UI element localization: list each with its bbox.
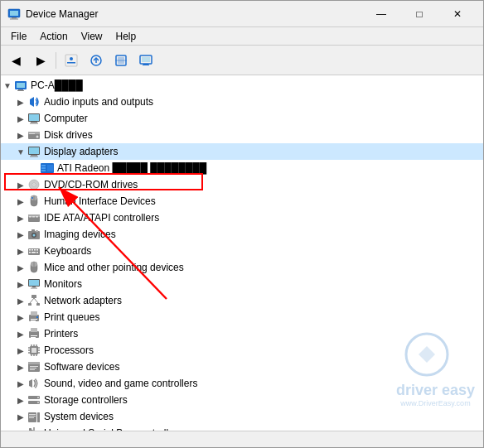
svg-point-40 — [33, 184, 35, 185]
svg-rect-53 — [31, 229, 35, 232]
root-label: PC-A████ — [31, 79, 83, 91]
svg-line-73 — [30, 298, 34, 303]
tree-node-imaging[interactable]: ▶ Imaging devices — [1, 226, 483, 243]
tree-node-dvd[interactable]: ▶ DVD/CD-ROM drives — [1, 176, 483, 193]
tree-node-hid[interactable]: ▶ Human Interface Devices — [1, 193, 483, 210]
tree-node-network[interactable]: ▶ Network adapters — [1, 292, 483, 309]
svg-rect-1 — [10, 11, 18, 16]
svg-rect-15 — [143, 65, 149, 65]
close-button[interactable]: ✕ — [438, 1, 477, 27]
monitors-label: Monitors — [44, 278, 82, 290]
svg-rect-32 — [30, 157, 38, 157]
sound-icon — [27, 377, 41, 390]
maximize-button[interactable]: □ — [400, 1, 438, 27]
content-wrapper: ▼ PC-A████ ▶ Audio — [1, 75, 483, 431]
mice-label: Mice and other pointing devices — [44, 262, 184, 273]
system-expander[interactable]: ▶ — [14, 410, 27, 423]
minimize-button[interactable]: — — [362, 1, 400, 27]
toolbar-properties[interactable] — [60, 49, 83, 72]
svg-rect-80 — [29, 331, 39, 338]
svg-rect-72 — [36, 303, 40, 306]
svg-marker-103 — [29, 379, 32, 388]
ide-expander[interactable]: ▶ — [14, 211, 27, 224]
tree-node-storage[interactable]: ▶ Storage controllers — [1, 392, 483, 408]
toolbar-forward[interactable]: ▶ — [29, 49, 52, 72]
tree-container[interactable]: ▼ PC-A████ ▶ Audio — [1, 75, 483, 431]
tree-node-ide[interactable]: ▶ IDE ATA/ATAPI controllers — [1, 210, 483, 226]
tree-node-printq[interactable]: ▶ Print queues — [1, 309, 483, 325]
menu-action[interactable]: Action — [33, 29, 74, 44]
network-label: Network adapters — [44, 295, 122, 306]
keyboards-expander[interactable]: ▶ — [14, 244, 27, 258]
svg-rect-71 — [28, 303, 31, 306]
svg-rect-13 — [142, 57, 150, 62]
menu-help[interactable]: Help — [109, 29, 143, 44]
toolbar-display[interactable] — [134, 49, 157, 72]
audio-expander[interactable]: ▶ — [14, 95, 27, 108]
sound-expander[interactable]: ▶ — [14, 377, 27, 390]
svg-point-5 — [70, 57, 73, 60]
tree-node-processors[interactable]: ▶ Proces — [1, 342, 483, 359]
monitors-expander[interactable]: ▶ — [14, 277, 27, 291]
svg-rect-36 — [41, 170, 46, 171]
imaging-icon — [27, 228, 41, 241]
tree-node-sound[interactable]: ▶ Sound, video and game controllers — [1, 375, 483, 392]
svg-rect-67 — [29, 280, 39, 286]
tree-node-mice[interactable]: ▶ Mice and other pointing devices — [1, 259, 483, 276]
processors-expander[interactable]: ▶ — [14, 344, 27, 357]
ide-icon — [27, 211, 41, 224]
hid-label: Human Interface Devices — [44, 195, 156, 207]
tree-node-computer[interactable]: ▶ Computer — [1, 110, 483, 127]
svg-rect-60 — [29, 252, 31, 253]
imaging-expander[interactable]: ▶ — [14, 228, 27, 241]
software-icon — [27, 360, 41, 373]
tree-node-printers[interactable]: ▶ Printers — [1, 325, 483, 342]
computer-expander[interactable]: ▶ — [14, 112, 27, 125]
tree-node-software[interactable]: ▶ Software devices — [1, 359, 483, 375]
svg-point-106 — [37, 397, 39, 398]
toolbar-update[interactable] — [85, 49, 108, 72]
tree-node-usb[interactable]: ▶ Universal Serial Bus controllers — [1, 425, 483, 431]
tree-node-keyboards[interactable]: ▶ Keyboards — [1, 243, 483, 259]
root-icon — [14, 79, 27, 92]
tree-node-disk[interactable]: ▶ Disk drives — [1, 127, 483, 143]
svg-rect-62 — [36, 252, 38, 253]
printers-expander[interactable]: ▶ — [14, 327, 27, 340]
tree-node-system[interactable]: ▶ System devices — [1, 408, 483, 425]
software-expander[interactable]: ▶ — [14, 360, 27, 373]
root-expander[interactable]: ▼ — [1, 79, 14, 92]
display-expander[interactable]: ▼ — [14, 145, 27, 158]
tree-node-monitors[interactable]: ▶ Monitors — [1, 276, 483, 292]
disk-label: Disk drives — [44, 129, 93, 141]
svg-rect-77 — [31, 319, 37, 320]
dvd-expander[interactable]: ▶ — [14, 178, 27, 191]
mice-expander[interactable]: ▶ — [14, 261, 27, 274]
svg-rect-112 — [29, 417, 34, 418]
menu-file[interactable]: File — [4, 29, 33, 44]
svg-rect-19 — [17, 90, 24, 91]
display-label: Display adapters — [44, 146, 118, 157]
disk-expander[interactable]: ▶ — [14, 128, 27, 142]
printers-icon — [27, 327, 41, 340]
svg-rect-23 — [31, 122, 37, 123]
menu-bar: File Action View Help — [1, 27, 483, 46]
svg-rect-48 — [32, 216, 35, 218]
storage-expander[interactable]: ▶ — [14, 393, 27, 407]
tree-root[interactable]: ▼ PC-A████ — [1, 77, 483, 94]
network-icon — [27, 294, 41, 307]
tree-node-audio[interactable]: ▶ Audio inputs and outputs — [1, 94, 483, 110]
toolbar-scan[interactable] — [109, 49, 133, 72]
toolbar-back[interactable]: ◀ — [4, 49, 27, 72]
usb-expander[interactable]: ▶ — [14, 426, 27, 431]
printq-expander[interactable]: ▶ — [14, 311, 27, 324]
title-bar-icon — [7, 7, 21, 21]
network-expander[interactable]: ▶ — [14, 294, 27, 307]
tree-node-display[interactable]: ▼ Display adapters — [1, 143, 483, 160]
hid-expander[interactable]: ▶ — [14, 195, 27, 208]
mice-icon — [27, 261, 41, 274]
menu-view[interactable]: View — [75, 29, 109, 44]
svg-rect-78 — [31, 320, 36, 321]
tree-node-ati[interactable]: ATI Radeon █████ ████████ — [1, 160, 483, 176]
audio-label: Audio inputs and outputs — [44, 96, 153, 108]
usb-label: Universal Serial Bus controllers — [44, 427, 182, 431]
